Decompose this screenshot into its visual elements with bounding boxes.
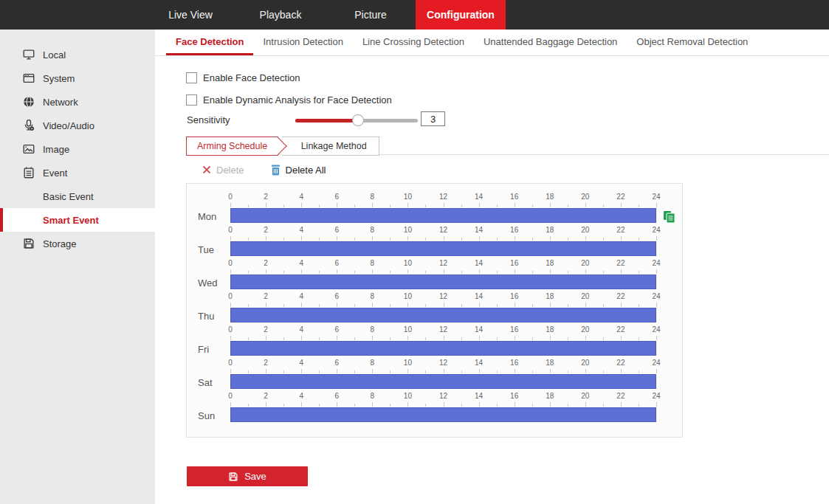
sidebar-item-label: Image [43, 144, 69, 155]
main-content: Face Detection Intrusion Detection Line … [155, 30, 829, 504]
sensitivity-value-input[interactable] [421, 111, 445, 126]
timeline[interactable]: 024681012141618202224 [230, 193, 656, 223]
sidebar-item-event[interactable]: Event [0, 161, 155, 184]
timeline[interactable]: 024681012141618202224 [230, 226, 656, 256]
sidebar-item-local[interactable]: Local [0, 43, 155, 66]
bar-track[interactable] [230, 208, 656, 223]
timeline[interactable]: 024681012141618202224 [230, 259, 656, 289]
save-icon [228, 472, 238, 482]
tab-unattended-baggage-detection[interactable]: Unattended Baggage Detection [474, 30, 627, 55]
bar-track[interactable] [230, 308, 656, 322]
hour-labels: 024681012141618202224 [230, 292, 656, 303]
sidebar-item-label: System [43, 73, 75, 84]
sensitivity-label: Sensitivity [187, 114, 230, 125]
enable-dynamic-analysis-checkbox[interactable] [186, 94, 197, 106]
schedule-row-wed: Wed024681012141618202224 [198, 259, 682, 292]
subtab-linkage-method[interactable]: Linkage Method [282, 137, 379, 156]
bar-track[interactable] [230, 341, 656, 356]
save-label: Save [244, 471, 266, 482]
hour-ticks [230, 203, 656, 207]
nav-live-view[interactable]: Live View [145, 0, 235, 30]
sidebar-item-image[interactable]: Image [0, 137, 155, 161]
day-label: Wed [198, 276, 218, 291]
timeline[interactable]: 024681012141618202224 [230, 325, 656, 356]
hour-ticks [230, 402, 656, 407]
tab-face-detection[interactable]: Face Detection [166, 30, 253, 55]
window-icon [22, 72, 35, 85]
subtab-arming-schedule[interactable]: Arming Schedule [186, 137, 278, 156]
sensitivity-slider[interactable] [295, 113, 418, 128]
delete-button[interactable]: Delete [202, 165, 244, 176]
schedule-bar[interactable] [230, 241, 656, 256]
checkbox-label: Enable Face Detection [203, 72, 300, 83]
schedule-toolbar: Delete Delete All [202, 162, 326, 177]
sidebar-item-label: Video/Audio [43, 120, 94, 131]
delete-all-button[interactable]: Delete All [271, 165, 326, 176]
top-nav: Live View Playback Picture Configuration [145, 0, 829, 30]
schedule-bar[interactable] [230, 374, 656, 389]
image-icon [22, 142, 35, 156]
sensitivity-row: Sensitivity [187, 113, 630, 128]
sidebar-item-label: Network [43, 97, 78, 108]
arming-schedule-panel: Mon024681012141618202224 Tue024681012141… [186, 183, 683, 438]
sidebar-item-label: Local [43, 49, 66, 61]
save-button[interactable]: Save [187, 466, 308, 486]
timeline[interactable]: 024681012141618202224 [230, 292, 656, 322]
nav-picture[interactable]: Picture [326, 0, 416, 30]
bar-track[interactable] [230, 407, 656, 422]
enable-face-detection-row: Enable Face Detection [186, 71, 300, 84]
calendar-icon [22, 166, 35, 179]
trash-icon [271, 165, 281, 176]
top-navigation-bar: Live View Playback Picture Configuration [0, 0, 829, 30]
sidebar-item-video-audio[interactable]: Video/Audio [0, 114, 155, 137]
tab-intrusion-detection[interactable]: Intrusion Detection [253, 30, 352, 55]
hour-labels: 024681012141618202224 [230, 193, 656, 203]
copy-schedule-button[interactable] [663, 210, 675, 224]
hour-ticks [230, 303, 656, 307]
schedule-bar[interactable] [230, 341, 656, 356]
hour-ticks [230, 336, 656, 340]
timeline[interactable]: 024681012141618202224 [230, 392, 656, 422]
enable-face-detection-checkbox[interactable] [186, 72, 197, 83]
sensitivity-fill [295, 119, 358, 122]
nav-playback[interactable]: Playback [235, 0, 326, 30]
tab-line-crossing-detection[interactable]: Line Crossing Detection [353, 30, 474, 55]
schedule-bar[interactable] [230, 208, 656, 223]
sidebar-item-label: Basic Event [43, 191, 94, 202]
bar-track[interactable] [230, 275, 656, 289]
sidebar: Local System Network [0, 30, 155, 504]
hour-labels: 024681012141618202224 [230, 325, 656, 336]
hour-labels: 024681012141618202224 [230, 359, 656, 369]
schedule-bar[interactable] [230, 308, 656, 322]
globe-icon [22, 95, 35, 108]
bar-track[interactable] [230, 241, 656, 256]
sidebar-item-basic-event[interactable]: Basic Event [0, 184, 155, 208]
sidebar-item-label: Event [43, 168, 67, 179]
sidebar-item-label: Storage [43, 238, 77, 249]
tab-object-removal-detection[interactable]: Object Removal Detection [627, 30, 757, 55]
schedule-bar[interactable] [230, 275, 656, 289]
schedule-row-fri: Fri024681012141618202224 [198, 325, 682, 359]
monitor-icon [22, 48, 35, 61]
schedule-bar[interactable] [230, 407, 656, 422]
day-label: Tue [198, 243, 214, 258]
timeline[interactable]: 024681012141618202224 [230, 359, 656, 389]
hour-labels: 024681012141618202224 [230, 259, 656, 269]
sidebar-item-system[interactable]: System [0, 66, 155, 90]
detection-tabs: Face Detection Intrusion Detection Line … [155, 30, 829, 56]
delete-label: Delete [216, 165, 244, 176]
schedule-row-tue: Tue024681012141618202224 [198, 226, 682, 259]
sensitivity-thumb[interactable] [352, 114, 364, 126]
bar-track[interactable] [230, 374, 656, 389]
schedule-row-sat: Sat024681012141618202224 [198, 359, 682, 392]
x-icon [202, 165, 211, 174]
enable-dynamic-analysis-row: Enable Dynamic Analysis for Face Detecti… [186, 93, 392, 106]
nav-configuration[interactable]: Configuration [416, 0, 506, 30]
sidebar-item-storage[interactable]: Storage [0, 232, 155, 255]
hour-ticks [230, 269, 656, 274]
schedule-row-mon: Mon024681012141618202224 [198, 193, 682, 226]
sidebar-item-network[interactable]: Network [0, 90, 155, 114]
sidebar-item-smart-event[interactable]: Smart Event [0, 208, 155, 232]
day-label: Fri [198, 342, 209, 357]
sidebar-item-label: Smart Event [43, 215, 99, 226]
